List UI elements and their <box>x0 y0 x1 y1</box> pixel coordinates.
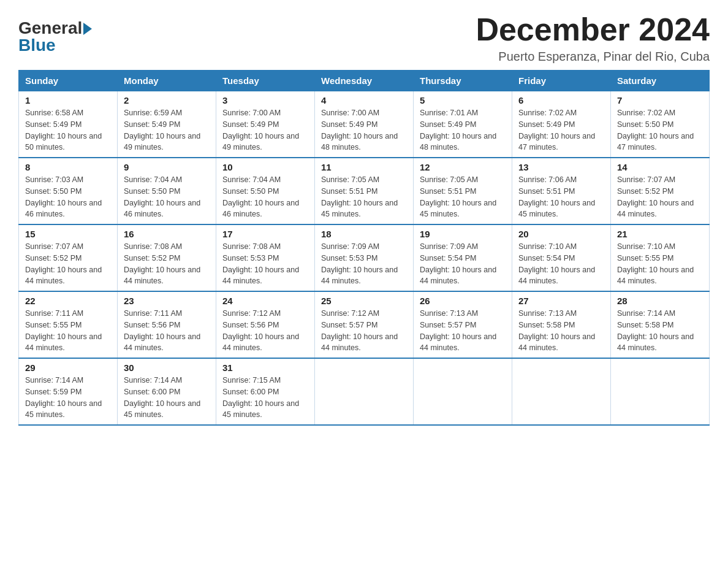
weekday-header-wednesday: Wednesday <box>315 71 414 91</box>
day-number: 2 <box>124 95 210 105</box>
weekday-header-friday: Friday <box>512 71 611 91</box>
weekday-header-sunday: Sunday <box>19 71 118 91</box>
calendar-cell: 15 Sunrise: 7:07 AMSunset: 5:52 PMDaylig… <box>19 224 118 291</box>
day-info: Sunrise: 7:05 AMSunset: 5:51 PMDaylight:… <box>420 175 496 218</box>
week-row-1: 1 Sunrise: 6:58 AMSunset: 5:49 PMDayligh… <box>19 91 710 158</box>
day-number: 27 <box>518 296 604 306</box>
calendar-cell: 20 Sunrise: 7:10 AMSunset: 5:54 PMDaylig… <box>512 224 611 291</box>
day-number: 7 <box>617 95 703 105</box>
day-number: 19 <box>420 229 506 239</box>
calendar-cell: 7 Sunrise: 7:02 AMSunset: 5:50 PMDayligh… <box>611 91 710 158</box>
day-info: Sunrise: 7:10 AMSunset: 5:54 PMDaylight:… <box>518 242 595 285</box>
day-info: Sunrise: 7:13 AMSunset: 5:58 PMDaylight:… <box>518 309 595 352</box>
day-number: 20 <box>518 229 604 239</box>
calendar-cell: 27 Sunrise: 7:13 AMSunset: 5:58 PMDaylig… <box>512 291 611 358</box>
day-info: Sunrise: 7:07 AMSunset: 5:52 PMDaylight:… <box>617 175 694 218</box>
day-info: Sunrise: 7:13 AMSunset: 5:57 PMDaylight:… <box>420 309 496 352</box>
week-row-4: 22 Sunrise: 7:11 AMSunset: 5:55 PMDaylig… <box>19 291 710 358</box>
weekday-header-row: SundayMondayTuesdayWednesdayThursdayFrid… <box>19 71 710 91</box>
day-info: Sunrise: 6:59 AMSunset: 5:49 PMDaylight:… <box>124 109 200 151</box>
week-row-3: 15 Sunrise: 7:07 AMSunset: 5:52 PMDaylig… <box>19 224 710 291</box>
calendar-cell: 31 Sunrise: 7:15 AMSunset: 6:00 PMDaylig… <box>216 358 315 425</box>
calendar-cell: 1 Sunrise: 6:58 AMSunset: 5:49 PMDayligh… <box>19 91 118 158</box>
day-info: Sunrise: 7:05 AMSunset: 5:51 PMDaylight:… <box>321 175 398 218</box>
day-number: 15 <box>25 229 111 239</box>
calendar-cell <box>414 358 512 425</box>
logo: General Blue <box>18 18 92 55</box>
calendar-cell: 28 Sunrise: 7:14 AMSunset: 5:58 PMDaylig… <box>611 291 710 358</box>
day-number: 26 <box>420 296 506 306</box>
day-info: Sunrise: 7:02 AMSunset: 5:49 PMDaylight:… <box>518 109 595 151</box>
day-info: Sunrise: 7:15 AMSunset: 6:00 PMDaylight:… <box>222 376 299 419</box>
day-info: Sunrise: 7:09 AMSunset: 5:54 PMDaylight:… <box>420 242 496 285</box>
weekday-header-tuesday: Tuesday <box>216 71 315 91</box>
calendar-cell: 21 Sunrise: 7:10 AMSunset: 5:55 PMDaylig… <box>611 224 710 291</box>
day-number: 29 <box>25 362 111 373</box>
day-number: 14 <box>617 162 703 172</box>
day-info: Sunrise: 7:14 AMSunset: 5:58 PMDaylight:… <box>617 309 694 352</box>
page-title: December 2024 <box>476 12 710 47</box>
calendar-cell: 24 Sunrise: 7:12 AMSunset: 5:56 PMDaylig… <box>216 291 315 358</box>
day-number: 24 <box>222 296 308 306</box>
day-number: 1 <box>25 95 111 105</box>
day-number: 9 <box>124 162 210 172</box>
calendar-cell: 26 Sunrise: 7:13 AMSunset: 5:57 PMDaylig… <box>414 291 512 358</box>
weekday-header-saturday: Saturday <box>611 71 710 91</box>
day-info: Sunrise: 7:14 AMSunset: 5:59 PMDaylight:… <box>25 376 102 419</box>
calendar-cell <box>512 358 611 425</box>
calendar-cell: 10 Sunrise: 7:04 AMSunset: 5:50 PMDaylig… <box>216 158 315 224</box>
day-number: 8 <box>25 162 111 172</box>
day-info: Sunrise: 7:01 AMSunset: 5:49 PMDaylight:… <box>420 109 496 151</box>
calendar-cell: 23 Sunrise: 7:11 AMSunset: 5:56 PMDaylig… <box>118 291 216 358</box>
day-info: Sunrise: 7:11 AMSunset: 5:56 PMDaylight:… <box>124 309 200 352</box>
weekday-header-monday: Monday <box>118 71 216 91</box>
day-info: Sunrise: 7:09 AMSunset: 5:53 PMDaylight:… <box>321 242 398 285</box>
day-info: Sunrise: 7:04 AMSunset: 5:50 PMDaylight:… <box>222 175 299 218</box>
calendar-cell: 29 Sunrise: 7:14 AMSunset: 5:59 PMDaylig… <box>19 358 118 425</box>
weekday-header-thursday: Thursday <box>414 71 512 91</box>
calendar-cell: 3 Sunrise: 7:00 AMSunset: 5:49 PMDayligh… <box>216 91 315 158</box>
day-number: 28 <box>617 296 703 306</box>
calendar-cell: 18 Sunrise: 7:09 AMSunset: 5:53 PMDaylig… <box>315 224 414 291</box>
calendar-cell: 12 Sunrise: 7:05 AMSunset: 5:51 PMDaylig… <box>414 158 512 224</box>
day-number: 5 <box>420 95 506 105</box>
day-number: 22 <box>25 296 111 306</box>
day-info: Sunrise: 7:14 AMSunset: 6:00 PMDaylight:… <box>124 376 200 419</box>
title-area: December 2024 Puerto Esperanza, Pinar de… <box>476 12 710 64</box>
day-info: Sunrise: 7:08 AMSunset: 5:52 PMDaylight:… <box>124 242 200 285</box>
calendar-cell <box>611 358 710 425</box>
day-number: 10 <box>222 162 308 172</box>
day-info: Sunrise: 7:07 AMSunset: 5:52 PMDaylight:… <box>25 242 102 285</box>
header: General Blue December 2024 Puerto Espera… <box>18 12 710 64</box>
calendar-cell: 16 Sunrise: 7:08 AMSunset: 5:52 PMDaylig… <box>118 224 216 291</box>
day-info: Sunrise: 7:04 AMSunset: 5:50 PMDaylight:… <box>124 175 200 218</box>
calendar-cell: 19 Sunrise: 7:09 AMSunset: 5:54 PMDaylig… <box>414 224 512 291</box>
logo-blue-text: Blue <box>18 36 56 55</box>
day-info: Sunrise: 7:00 AMSunset: 5:49 PMDaylight:… <box>321 109 398 151</box>
day-info: Sunrise: 7:00 AMSunset: 5:49 PMDaylight:… <box>222 109 299 151</box>
logo-arrow-icon <box>83 23 92 35</box>
day-info: Sunrise: 7:02 AMSunset: 5:50 PMDaylight:… <box>617 109 694 151</box>
week-row-5: 29 Sunrise: 7:14 AMSunset: 5:59 PMDaylig… <box>19 358 710 425</box>
calendar-cell: 14 Sunrise: 7:07 AMSunset: 5:52 PMDaylig… <box>611 158 710 224</box>
calendar-table: SundayMondayTuesdayWednesdayThursdayFrid… <box>18 70 710 426</box>
day-number: 4 <box>321 95 407 105</box>
calendar-cell: 8 Sunrise: 7:03 AMSunset: 5:50 PMDayligh… <box>19 158 118 224</box>
calendar-cell: 11 Sunrise: 7:05 AMSunset: 5:51 PMDaylig… <box>315 158 414 224</box>
day-number: 21 <box>617 229 703 239</box>
subtitle: Puerto Esperanza, Pinar del Rio, Cuba <box>476 50 710 64</box>
day-number: 25 <box>321 296 407 306</box>
day-number: 30 <box>124 362 210 373</box>
day-info: Sunrise: 7:08 AMSunset: 5:53 PMDaylight:… <box>222 242 299 285</box>
day-number: 12 <box>420 162 506 172</box>
day-number: 31 <box>222 362 308 373</box>
calendar-cell: 9 Sunrise: 7:04 AMSunset: 5:50 PMDayligh… <box>118 158 216 224</box>
calendar-cell: 22 Sunrise: 7:11 AMSunset: 5:55 PMDaylig… <box>19 291 118 358</box>
calendar-cell: 13 Sunrise: 7:06 AMSunset: 5:51 PMDaylig… <box>512 158 611 224</box>
calendar-cell: 2 Sunrise: 6:59 AMSunset: 5:49 PMDayligh… <box>118 91 216 158</box>
day-info: Sunrise: 7:03 AMSunset: 5:50 PMDaylight:… <box>25 175 102 218</box>
day-info: Sunrise: 7:06 AMSunset: 5:51 PMDaylight:… <box>518 175 595 218</box>
day-number: 18 <box>321 229 407 239</box>
calendar-cell: 4 Sunrise: 7:00 AMSunset: 5:49 PMDayligh… <box>315 91 414 158</box>
calendar-cell: 17 Sunrise: 7:08 AMSunset: 5:53 PMDaylig… <box>216 224 315 291</box>
